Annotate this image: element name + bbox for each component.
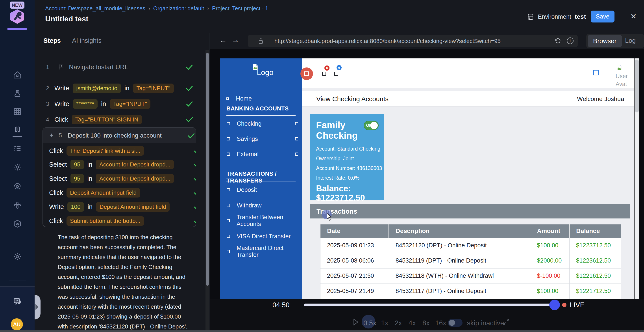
skip-inactive-toggle[interactable]: [448, 319, 462, 327]
sidebar-item-deposit[interactable]: Deposit: [220, 185, 302, 194]
toggle-square-icon[interactable]: [295, 153, 298, 156]
url-text[interactable]: http://stage.dbank.prod-apps.relicx.ai:8…: [274, 38, 500, 45]
substep-value-badge[interactable]: 95: [70, 160, 84, 169]
substep-value-badge[interactable]: 100: [68, 202, 84, 212]
table-row[interactable]: 2025-05-07 21:50 845321118 (WTH) - Onlin…: [320, 268, 621, 283]
steps-scrollbar-thumb[interactable]: [206, 53, 209, 286]
support-agent-icon[interactable]: ?: [13, 182, 22, 191]
substep-target-badge[interactable]: Account for Deposit dropd...: [96, 174, 174, 183]
substep-value-badge[interactable]: 95: [70, 174, 84, 183]
sidebar-item-savings[interactable]: Savings: [220, 134, 302, 143]
save-button[interactable]: Save: [591, 11, 614, 23]
checklist-icon[interactable]: [13, 144, 22, 153]
column-header-description[interactable]: Description: [389, 224, 530, 238]
breadcrumb-account[interactable]: Account: Devspace_all_module_licenses: [45, 5, 145, 12]
substep-row[interactable]: Click Submit button at the botto...: [49, 215, 194, 227]
substep-row[interactable]: Select 95 in Account for Deposit dropd..…: [49, 173, 194, 184]
sidebar-item-withdraw[interactable]: Withdraw: [220, 201, 302, 210]
substep-row[interactable]: Select 95 in Account for Deposit dropd..…: [49, 159, 194, 170]
step-target-badge[interactable]: Tag="BUTTON" SIGN IN: [72, 115, 142, 124]
test-suites-icon[interactable]: [13, 125, 22, 135]
tab-ai-insights[interactable]: AI insights: [72, 37, 102, 44]
start-url-link[interactable]: start URL: [101, 64, 128, 71]
substep-target-badge[interactable]: Submit button at the botto...: [66, 216, 144, 226]
speed-8x-button[interactable]: 8x: [422, 319, 430, 327]
substep-target-badge[interactable]: Account for Deposit dropd...: [96, 160, 174, 169]
sidebar-item-transfer[interactable]: Transfer Between Accounts: [220, 216, 302, 225]
account-toggle[interactable]: ON: [364, 121, 378, 130]
admin-gear-icon[interactable]: [13, 252, 22, 261]
play-button[interactable]: [352, 318, 359, 326]
message-icon[interactable]: [334, 72, 338, 76]
step-value-badge[interactable]: jsmith@demo.io: [73, 84, 121, 93]
account-card[interactable]: Family Checking ON Account: Standard Che…: [310, 114, 384, 200]
breadcrumb-project[interactable]: Project: Test project - 1: [212, 5, 268, 12]
table-row[interactable]: 2025-05-08 06:06 845321119 (DPT) - Onlin…: [320, 253, 621, 268]
tab-log[interactable]: Log: [625, 37, 636, 44]
transactions-header-bar[interactable]: Transactions: [310, 204, 630, 218]
forward-arrow-icon[interactable]: →: [232, 36, 239, 44]
speed-2x-button[interactable]: 2x: [395, 319, 402, 327]
toggle-square-icon[interactable]: [295, 122, 298, 125]
skip-inactive-label[interactable]: skip inactive: [467, 319, 504, 327]
reload-icon[interactable]: [554, 37, 562, 45]
timeline-slider[interactable]: [304, 303, 551, 306]
speed-4x-button[interactable]: 4x: [408, 319, 416, 327]
step-target-badge[interactable]: Tag="INPUT": [110, 99, 151, 109]
home-icon[interactable]: [13, 70, 22, 80]
app-logo[interactable]: [10, 9, 24, 24]
url-bar[interactable]: http://stage.dbank.prod-apps.relicx.ai:8…: [248, 35, 578, 47]
page-scrollbar-thumb[interactable]: [635, 60, 639, 112]
step-row-4[interactable]: 4 Click Tag="BUTTON" SIGN IN: [34, 113, 198, 126]
substep-row[interactable]: Click The 'Deposit' link with a si...: [49, 145, 194, 157]
substep-row[interactable]: Click Deposit Amount input field: [49, 187, 194, 198]
help-chat-icon[interactable]: ?: [13, 297, 22, 306]
steps-scrollbar[interactable]: [206, 50, 210, 332]
close-icon[interactable]: ✕: [630, 12, 637, 21]
page-title[interactable]: Untitled test: [45, 15, 88, 23]
slack-icon[interactable]: [13, 201, 22, 210]
bank-logo[interactable]: Logo: [257, 68, 274, 77]
step-row-2[interactable]: 2 Write jsmith@demo.io in Tag="INPUT": [34, 82, 198, 94]
substep-target-badge[interactable]: Deposit Amount input field: [66, 188, 140, 198]
environment-value[interactable]: test: [575, 14, 586, 20]
step-target-badge[interactable]: Tag="INPUT": [133, 84, 174, 93]
tab-browser[interactable]: Browser: [588, 35, 622, 47]
info-icon[interactable]: i: [567, 38, 574, 44]
column-header-amount[interactable]: Amount: [530, 224, 569, 238]
sidebar-item-mastercard[interactable]: Mastercard Direct Transfer: [220, 247, 302, 256]
breadcrumb-organization[interactable]: Organization: default: [153, 5, 204, 12]
column-header-date[interactable]: Date: [320, 224, 389, 238]
header-square-icon[interactable]: [593, 70, 599, 75]
grid-icon[interactable]: [13, 107, 22, 116]
panel-collapse-handle[interactable]: [34, 295, 40, 319]
page-scrollbar[interactable]: [634, 59, 639, 299]
integrations-icon[interactable]: [13, 219, 22, 228]
speed-1x-button[interactable]: 1x: [381, 319, 388, 327]
step-group-header[interactable]: ✦ 5 Deposit 100 into checking account: [43, 128, 196, 143]
substep-row[interactable]: Write 100 in Deposit Amount input field: [49, 201, 194, 212]
expand-icon[interactable]: [502, 318, 510, 325]
substep-target-badge[interactable]: The 'Deposit' link with a si...: [66, 146, 144, 156]
user-avatar[interactable]: AU: [11, 318, 23, 330]
lab-flask-icon[interactable]: [13, 89, 22, 98]
sidebar-item-visa[interactable]: VISA Direct Transfer: [220, 232, 302, 241]
toggle-square-icon[interactable]: [295, 137, 298, 140]
step-row-3[interactable]: 3 Write ******** in Tag="INPUT": [34, 98, 198, 110]
user-avatar-alt-text[interactable]: User Avat: [616, 72, 633, 88]
back-arrow-icon[interactable]: ←: [219, 36, 227, 44]
step-row-1[interactable]: 1 Navigate to start URL: [34, 61, 198, 73]
sidebar-item-checking[interactable]: Checking: [220, 119, 302, 128]
tab-steps[interactable]: Steps: [44, 37, 61, 44]
substep-target-badge[interactable]: Deposit Amount input field: [96, 202, 170, 212]
speed-0-5x-button[interactable]: 0.5x: [364, 319, 376, 327]
sidebar-item-home[interactable]: Home: [220, 94, 302, 103]
menu-toggle-button[interactable]: [300, 68, 313, 80]
table-row[interactable]: 2025-05-07 21:49 845321117 (DPT) - Onlin…: [320, 283, 621, 299]
notification-icon[interactable]: [322, 72, 326, 76]
settings-gear-icon[interactable]: [13, 162, 22, 172]
speed-16x-button[interactable]: 16x: [435, 319, 446, 327]
timeline-slider-handle[interactable]: [549, 299, 560, 310]
step-value-badge[interactable]: ********: [73, 99, 98, 109]
table-row[interactable]: 2025-05-09 01:23 845321120 (DPT) - Onlin…: [320, 238, 621, 253]
